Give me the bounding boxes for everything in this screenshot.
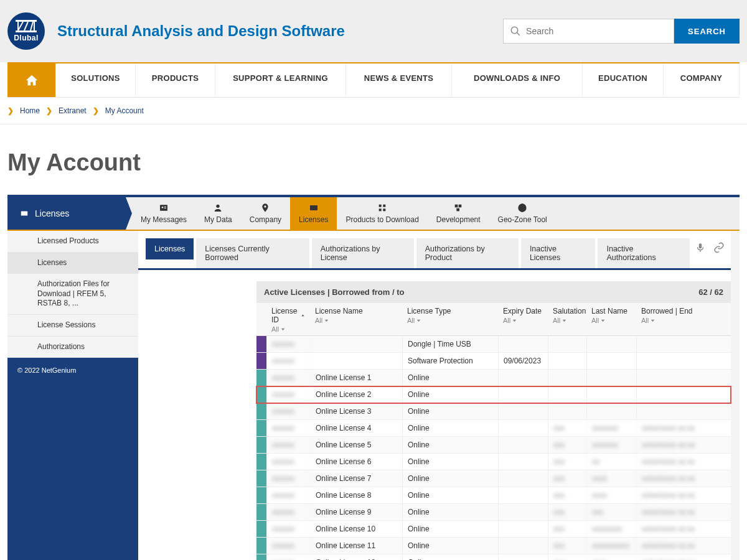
subtab-auth-license[interactable]: Authorizations by License	[312, 238, 414, 268]
cell-expiry	[499, 420, 548, 436]
nav-education[interactable]: EDUCATION	[583, 63, 664, 97]
nav-news[interactable]: NEWS & EVENTS	[346, 63, 452, 97]
table-row[interactable]: xxxxxxOnline License 4Onlinexxxxxxxxxxxx…	[256, 420, 731, 437]
table-row[interactable]: xxxxxxOnline License 6Onlinexxxxxxx/xx/x…	[256, 454, 731, 470]
col-expiry[interactable]: Expiry Date All	[498, 303, 548, 335]
svg-rect-13	[164, 208, 166, 208]
filter-dropdown[interactable]: All	[641, 317, 726, 324]
svg-rect-19	[379, 208, 382, 211]
subtab-licenses[interactable]: Licenses	[146, 238, 194, 259]
row-marker	[256, 437, 267, 453]
sidebar: Licensed Products Licenses Authorization…	[7, 231, 138, 560]
nav-solutions[interactable]: SOLUTIONS	[56, 63, 136, 97]
col-salutation[interactable]: Salutation All	[548, 303, 586, 335]
chevron-down-icon	[280, 327, 286, 332]
nav-products[interactable]: PRODUCTS	[136, 63, 215, 97]
search-input[interactable]	[526, 26, 667, 36]
sidenav-licensed-products[interactable]: Licensed Products	[7, 231, 138, 253]
sidenav-licenses[interactable]: Licenses	[7, 253, 138, 274]
filter-dropdown[interactable]: All	[591, 317, 631, 324]
svg-line-4	[24, 22, 28, 30]
nav-downloads[interactable]: DOWNLOADS & INFO	[452, 63, 583, 97]
filter-dropdown[interactable]: All	[553, 317, 581, 324]
sidenav-authorizations[interactable]: Authorizations	[7, 337, 138, 358]
cell-type: Online	[403, 487, 499, 503]
cell-borrowed: xx/xx/xxxx xx:xx	[637, 437, 731, 453]
table-row[interactable]: xxxxxxOnline License 8Onlinexxxxxxxxx/xx…	[256, 487, 731, 504]
sidenav-license-sessions[interactable]: License Sessions	[7, 315, 138, 337]
svg-rect-12	[164, 207, 166, 207]
table-row[interactable]: xxxxxxOnline License 5Onlinexxxxxxxxxxxx…	[256, 437, 731, 454]
search-box[interactable]	[503, 19, 674, 44]
breadcrumb-home[interactable]: Home	[20, 106, 40, 115]
breadcrumb-extranet[interactable]: Extranet	[59, 106, 87, 115]
chevron-right-icon: ❯	[46, 106, 52, 115]
sidenav-auth-files[interactable]: Authorization Files for Download | RFEM …	[7, 274, 138, 315]
tab-company[interactable]: Company	[241, 197, 290, 230]
table-row[interactable]: xxxxxxOnline License 10Onlinexxxxxxxxxxx…	[256, 521, 731, 538]
row-marker	[256, 403, 267, 419]
nav-home[interactable]	[7, 63, 56, 97]
table-row[interactable]: xxxxxxOnline License 12Onlinexxxxxxxxx/x…	[256, 554, 731, 560]
cell-borrowed: xx/xx/xxxx xx:xx	[637, 420, 731, 436]
col-last-name[interactable]: Last Name All	[586, 303, 636, 335]
cell-expiry	[499, 538, 548, 554]
tab-development[interactable]: Development	[428, 197, 489, 230]
filter-dropdown[interactable]: All	[315, 317, 397, 324]
table-row[interactable]: xxxxxxSoftware Protection09/06/2023	[256, 353, 731, 370]
table-row[interactable]: xxxxxxOnline License 3Online	[256, 403, 731, 420]
cell-salutation	[548, 386, 587, 403]
svg-rect-17	[379, 205, 382, 207]
cell-id: xxxxxx	[267, 487, 311, 503]
person-icon	[213, 203, 223, 213]
search-container: SEARCH	[503, 19, 740, 44]
chevron-down-icon	[512, 318, 517, 324]
subtab-borrowed[interactable]: Licenses Currently Borrowed	[196, 238, 309, 268]
col-license-id[interactable]: License ID All	[266, 303, 310, 335]
chevron-down-icon	[324, 318, 329, 324]
row-marker	[256, 336, 267, 352]
tab-my-data[interactable]: My Data	[195, 197, 241, 230]
cell-borrowed: xx/xx/xxxx xx:xx	[637, 504, 731, 520]
table-row[interactable]: xxxxxxOnline License 7Onlinexxxxxxxxx/xx…	[256, 470, 731, 487]
cell-id: xxxxxx	[267, 538, 311, 554]
col-license-name[interactable]: License Name All	[310, 303, 402, 335]
chevron-down-icon	[650, 318, 655, 324]
col-license-type[interactable]: License Type All	[402, 303, 498, 335]
subtab-auth-product[interactable]: Authorizations by Product	[416, 238, 519, 268]
filter-dropdown[interactable]: All	[407, 317, 493, 324]
filter-dropdown[interactable]: All	[503, 317, 543, 324]
table-row[interactable]: xxxxxxOnline License 9Onlinexxxxxxxx/xx/…	[256, 504, 731, 521]
cell-name: Online License 9	[311, 504, 403, 520]
table-row[interactable]: xxxxxxDongle | Time USB	[256, 336, 731, 353]
cell-name: Online License 5	[311, 437, 403, 453]
table-row[interactable]: xxxxxxOnline License 11Onlinexxxxxxxxxxx…	[256, 538, 731, 554]
cell-salutation: xxx	[548, 454, 587, 470]
table-row[interactable]: xxxxxxOnline License 2Online	[256, 386, 731, 403]
tab-geo-zone[interactable]: Geo-Zone Tool	[489, 197, 556, 230]
brand-logo[interactable]: Dlubal	[7, 12, 45, 50]
nav-support[interactable]: SUPPORT & LEARNING	[215, 63, 346, 97]
tab-my-messages[interactable]: My Messages	[132, 197, 195, 230]
card-icon	[309, 203, 319, 213]
cell-name: Online License 4	[311, 420, 403, 436]
cell-borrowed	[637, 386, 731, 403]
nav-company[interactable]: COMPANY	[664, 63, 740, 97]
cell-name: Online License 2	[311, 386, 403, 403]
cell-borrowed: xx/xx/xxxx xx:xx	[637, 487, 731, 503]
link-icon[interactable]	[713, 242, 725, 253]
col-borrowed[interactable]: Borrowed | End All	[636, 303, 731, 335]
filter-dropdown[interactable]: All	[271, 325, 305, 333]
subtab-inactive-lic[interactable]: Inactive Licenses	[521, 238, 596, 268]
cell-expiry	[499, 370, 548, 386]
microphone-icon[interactable]	[695, 242, 706, 253]
svg-point-15	[265, 205, 266, 207]
table-row[interactable]: xxxxxxOnline License 1Online	[256, 370, 731, 386]
subtab-inactive-auth[interactable]: Inactive Authorizations	[598, 238, 690, 268]
col-label: License ID	[271, 307, 299, 324]
row-marker	[256, 454, 267, 470]
search-button[interactable]: SEARCH	[674, 19, 740, 44]
tab-licenses[interactable]: Licenses	[290, 197, 337, 230]
tab-products-download[interactable]: Products to Download	[337, 197, 427, 230]
chevron-right-icon: ❯	[7, 106, 14, 115]
